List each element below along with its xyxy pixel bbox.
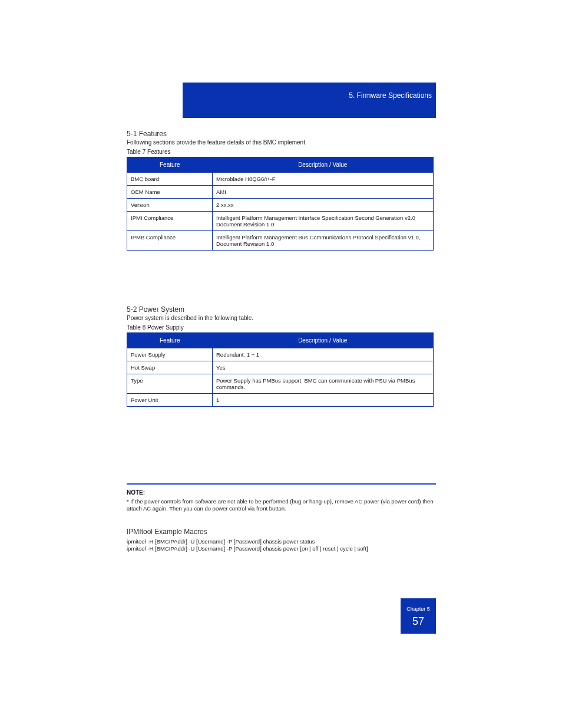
table-row: TypePower Supply has PMBus support. BMC … bbox=[127, 374, 434, 394]
table-header-cell: Feature bbox=[127, 333, 213, 348]
table-row: Power SupplyRedundant: 1 + 1 bbox=[127, 348, 434, 361]
table-header-cell: Description / Value bbox=[213, 333, 434, 348]
table-header-row: Feature Description / Value bbox=[127, 333, 434, 348]
table-cell: Intelligent Platform Management Interfac… bbox=[213, 212, 434, 231]
table-header-cell: Feature bbox=[127, 157, 213, 173]
table-cell: OEM Name bbox=[127, 186, 213, 199]
table-row: BMC boardMicroblade H8QG6/i+-F bbox=[127, 173, 434, 186]
table-row: IPMI ComplianceIntelligent Platform Mana… bbox=[127, 212, 434, 231]
power-table: Feature Description / Value Power Supply… bbox=[127, 332, 434, 407]
section-intro: Power system is described in the followi… bbox=[127, 315, 436, 321]
features-section: 5-1 Features Following sections provide … bbox=[127, 130, 436, 251]
table-row: OEM NameAMI bbox=[127, 186, 434, 199]
table-row: Version2.xx.xx bbox=[127, 199, 434, 212]
table-cell: Version bbox=[127, 199, 213, 212]
table-header-row: Feature Description / Value bbox=[127, 157, 434, 173]
table-cell: Yes bbox=[213, 361, 434, 374]
table-caption: Table 7 Features bbox=[127, 149, 436, 155]
table-cell: Intelligent Platform Management Bus Comm… bbox=[213, 231, 434, 251]
macro-line: ipmitool -H [BMCIPAddr] -U [Username] -P… bbox=[127, 538, 436, 545]
table-cell: BMC board bbox=[127, 173, 213, 186]
page-chapter-label: Chapter 5 bbox=[401, 605, 436, 613]
table-cell: 2.xx.xx bbox=[213, 199, 434, 212]
page-number-badge: Chapter 5 57 bbox=[401, 598, 436, 634]
table-cell: Type bbox=[127, 374, 213, 394]
note-label: NOTE: bbox=[127, 489, 145, 496]
table-cell: IPMB Compliance bbox=[127, 231, 213, 251]
table-row: Hot SwapYes bbox=[127, 361, 434, 374]
table-cell: Redundant: 1 + 1 bbox=[213, 348, 434, 361]
table-caption: Table 8 Power Supply bbox=[127, 324, 436, 331]
macro-line: ipmitool -H [BMCIPAddr] -U [Username] -P… bbox=[127, 545, 436, 552]
table-row: Power Unit1 bbox=[127, 394, 434, 407]
note-text: * If the power controls from software ar… bbox=[127, 498, 436, 513]
table-cell: Power Supply has PMBus support. BMC can … bbox=[213, 374, 434, 394]
table-row: IPMB ComplianceIntelligent Platform Mana… bbox=[127, 231, 434, 251]
table-cell: Power Supply bbox=[127, 348, 213, 361]
section-heading: 5-2 Power System bbox=[127, 305, 436, 314]
page-number: 57 bbox=[401, 614, 436, 629]
table-cell: Microblade H8QG6/i+-F bbox=[213, 173, 434, 186]
power-section: 5-2 Power System Power system is describ… bbox=[127, 305, 436, 407]
table-cell: Hot Swap bbox=[127, 361, 213, 374]
macro-lines: ipmitool -H [BMCIPAddr] -U [Username] -P… bbox=[127, 538, 436, 553]
table-header-cell: Description / Value bbox=[213, 157, 434, 173]
table-cell: Power Unit bbox=[127, 394, 213, 407]
table-cell: AMI bbox=[213, 186, 434, 199]
section-intro: Following sections provide the feature d… bbox=[127, 139, 436, 146]
chapter-title-band bbox=[183, 83, 436, 118]
features-table: Feature Description / Value BMC boardMic… bbox=[127, 157, 434, 251]
table-cell: IPMI Compliance bbox=[127, 212, 213, 231]
table-cell: 1 bbox=[213, 394, 434, 407]
section-heading: 5-1 Features bbox=[127, 130, 436, 138]
horizontal-rule bbox=[127, 483, 436, 485]
chapter-title: 5. Firmware Specifications bbox=[190, 91, 432, 100]
macro-heading: IPMItool Example Macros bbox=[127, 528, 207, 536]
